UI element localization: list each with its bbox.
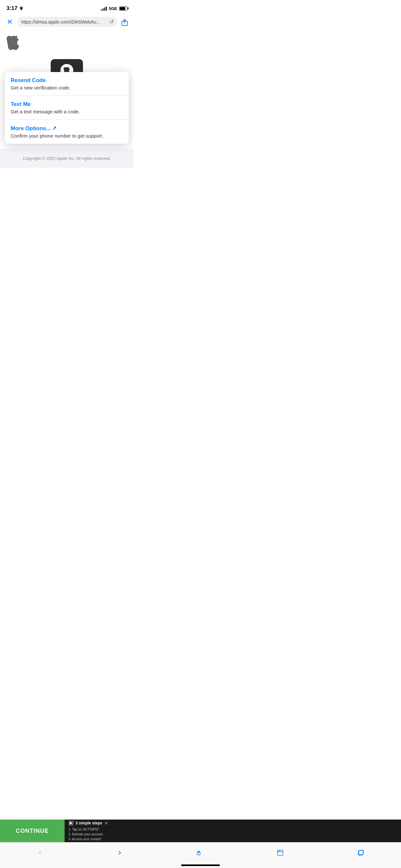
svg-point-0 — [21, 7, 22, 8]
share-button[interactable] — [121, 18, 128, 26]
signal-bar-4 — [106, 6, 107, 11]
signal-bar-3 — [104, 7, 105, 11]
footer: Copyright © 2022 Apple Inc. All rights r… — [0, 149, 134, 167]
signal-bars — [101, 6, 107, 11]
popover-text-me[interactable]: Text Me Get a text message with a code. — [5, 96, 129, 120]
apple-logo — [6, 35, 19, 50]
more-options-title: More Options... ↗ — [11, 125, 123, 132]
network-type: 5GE — [109, 6, 117, 11]
battery-indicator — [119, 6, 127, 11]
close-button[interactable]: ✕ — [5, 19, 14, 26]
battery-fill — [120, 7, 125, 10]
copyright-text: Copyright © 2022 Apple Inc. All rights r… — [23, 156, 111, 161]
content-wrapper: Resend Code Get a new verification code.… — [0, 53, 134, 289]
popover-resend-code[interactable]: Resend Code Get a new verification code. — [5, 72, 129, 96]
apple-logo-area — [0, 29, 134, 53]
share-icon — [121, 19, 128, 26]
signal-bar-2 — [103, 8, 104, 11]
text-me-desc: Get a text message with a code. — [11, 109, 123, 114]
status-time: 3:17 — [6, 5, 24, 11]
url-bar[interactable]: https://idmsa.apple.com/IDMSWebAu... ↺ — [18, 17, 117, 27]
location-icon — [19, 6, 24, 11]
resend-code-desc: Get a new verification code. — [11, 85, 123, 90]
popover-menu: Resend Code Get a new verification code.… — [5, 72, 129, 144]
browser-bar: ✕ https://idmsa.apple.com/IDMSWebAu... ↺ — [0, 14, 134, 29]
url-text: https://idmsa.apple.com/IDMSWebAu... — [21, 20, 107, 25]
resend-code-title: Resend Code — [11, 77, 123, 84]
signal-bar-1 — [101, 9, 102, 11]
status-bar: 3:17 5GE — [0, 0, 134, 14]
status-right: 5GE — [101, 6, 127, 11]
popover-more-options[interactable]: More Options... ↗ Confirm your phone num… — [5, 120, 129, 144]
reload-button[interactable]: ↺ — [110, 19, 114, 25]
text-me-title: Text Me — [11, 101, 123, 107]
more-options-desc: Confirm your phone number to get support… — [11, 133, 123, 138]
